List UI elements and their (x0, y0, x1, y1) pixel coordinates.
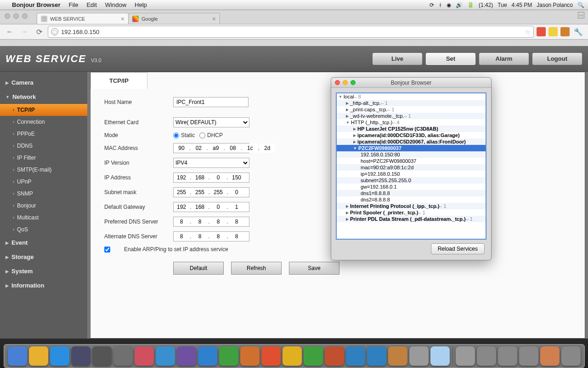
octet-input[interactable] (210, 232, 226, 241)
spotlight-icon[interactable]: 🔍 (577, 2, 584, 8)
octet-input[interactable] (210, 188, 226, 197)
tree-row[interactable]: ▶_print-caps._tcp. – 1 (337, 106, 486, 113)
dock-app-icon[interactable] (561, 346, 581, 366)
browser-tab-webservice[interactable]: ◌ WEB SERVICE × (37, 13, 129, 24)
topnav-logout[interactable]: Logout (532, 52, 582, 65)
nav-back-button[interactable]: ← (4, 26, 16, 37)
topnav-set[interactable]: Set (425, 52, 476, 65)
site-info-icon[interactable]: ◯ (51, 28, 58, 35)
sidebar-item-ddns[interactable]: ›DDNS (0, 140, 87, 152)
sidebar-cat-network[interactable]: ▼Network (0, 90, 87, 104)
octet-input[interactable] (260, 144, 275, 153)
octet-input[interactable] (192, 173, 208, 182)
dns1-input[interactable]: ... (173, 217, 249, 227)
dock-app-icon[interactable] (135, 346, 154, 366)
panel-tab-tcpip[interactable]: TCP/IP (90, 72, 147, 89)
tree-row[interactable]: ▶Internet Printing Protocol (_ipp._tcp.)… (337, 203, 486, 209)
topnav-alarm[interactable]: Alarm (479, 52, 529, 65)
dock-app-icon[interactable] (388, 346, 407, 366)
octet-input[interactable] (229, 173, 244, 182)
tree-row[interactable]: ▶HP LaserJet CP1525nw (C3D8AB) (337, 126, 486, 132)
wifi-icon[interactable]: ◉ (447, 2, 451, 8)
tree-row[interactable]: ip=192.168.0.150 (337, 171, 486, 177)
octet-input[interactable] (229, 202, 244, 212)
dock-app-icon[interactable] (367, 346, 386, 366)
menu-window[interactable]: Window (105, 1, 126, 8)
refresh-button[interactable]: Refresh (231, 262, 282, 275)
octet-input[interactable] (192, 232, 208, 241)
dock-app-icon[interactable] (92, 346, 112, 366)
browser-tab-google[interactable]: Google × (128, 13, 220, 24)
dock-app-icon[interactable] (261, 346, 281, 366)
octet-input[interactable] (192, 188, 208, 197)
tree-row[interactable]: ▶ipcamera(id:000DC5D20067, alias:FrontDo… (337, 138, 486, 145)
sidebar-item-pppoe[interactable]: ›PPPoE (0, 128, 87, 140)
tree-row[interactable]: gw=192.168.0.1 (337, 184, 486, 190)
menu-edit[interactable]: Edit (86, 1, 96, 8)
tree-row[interactable]: ▶_http-alt._tcp. – 1 (337, 100, 486, 106)
extension-icon[interactable] (560, 27, 570, 36)
octet-input[interactable] (174, 188, 189, 197)
gateway-input[interactable]: ... (173, 202, 249, 212)
bonjour-service-tree[interactable]: ▼local – 8▶_http-alt._tcp. – 1▶_print-ca… (336, 92, 486, 240)
octet-input[interactable] (225, 144, 241, 153)
dock-app-icon[interactable] (283, 346, 302, 366)
octet-input[interactable] (174, 144, 189, 153)
dock-app-icon[interactable] (29, 346, 48, 366)
sidebar-item-smtp-e-mail-[interactable]: ›SMTP(E-mail) (0, 164, 87, 176)
dock-app-icon[interactable] (409, 346, 429, 366)
octet-input[interactable] (191, 144, 206, 153)
save-button[interactable]: Save (289, 262, 339, 275)
menubar-app-name[interactable]: Bonjour Browser (12, 1, 60, 8)
hostname-input[interactable] (173, 97, 249, 107)
sidebar-item-bonjour[interactable]: ›Bonjour (0, 200, 87, 212)
sidebar-item-snmp[interactable]: ›SNMP (0, 188, 87, 200)
subnet-input[interactable]: ... (173, 187, 249, 197)
ipaddr-input[interactable]: ... (173, 172, 249, 183)
dock-app-icon[interactable] (156, 346, 175, 366)
dock-app-icon[interactable] (219, 346, 238, 366)
sync-icon[interactable]: ⟳ (430, 2, 434, 8)
dock-app-icon[interactable] (430, 346, 450, 366)
octet-input[interactable] (229, 232, 244, 241)
user-name[interactable]: Jason Polanco (537, 2, 573, 8)
dock-app-icon[interactable] (325, 346, 344, 366)
dock-app-icon[interactable] (198, 346, 217, 366)
dock-app-icon[interactable] (477, 346, 496, 366)
dock-app-icon[interactable] (71, 346, 90, 366)
tree-row[interactable]: ▼local – 8 (337, 93, 486, 100)
mode-dhcp-radio[interactable]: DHCP (199, 132, 223, 138)
bonjour-browser-window[interactable]: Bonjour Browser ▼local – 8▶_http-alt._tc… (331, 77, 492, 260)
dock-app-icon[interactable] (240, 346, 260, 366)
ipversion-select[interactable]: IPV4 (173, 158, 249, 168)
wrench-menu-icon[interactable]: 🔧 (572, 26, 584, 37)
battery-icon[interactable]: 🔋 (467, 2, 474, 8)
dock-app-icon[interactable] (540, 346, 560, 366)
nav-reload-button[interactable]: ⟳ (33, 26, 45, 37)
sidebar-item-ip-filter[interactable]: ›IP Filter (0, 152, 87, 164)
dock-app-icon[interactable] (498, 346, 517, 366)
octet-input[interactable] (210, 217, 226, 226)
sidebar-cat-information[interactable]: ▶Information (0, 278, 87, 293)
nav-forward-button[interactable]: → (18, 26, 30, 37)
tree-row[interactable]: mac=90:02:a9:08:1c:2d (337, 164, 486, 171)
dock-app-icon[interactable] (8, 346, 27, 366)
octet-input[interactable] (208, 144, 224, 153)
ethernet-select[interactable]: Wire( DEFAULT) (173, 117, 249, 127)
sidebar-item-qos[interactable]: ›QoS (0, 224, 87, 236)
mode-static-radio[interactable]: Static (173, 132, 195, 138)
dock-app-icon[interactable] (346, 346, 365, 366)
clock-time[interactable]: 4:45 PM (512, 2, 532, 8)
octet-input[interactable] (174, 202, 189, 212)
octet-input[interactable] (192, 202, 208, 212)
tree-row[interactable]: subnet=255.255.255.0 (337, 177, 486, 184)
tree-row[interactable]: dns1=8.8.8.8 (337, 190, 486, 196)
bookmark-star-icon[interactable]: ☆ (525, 29, 531, 35)
bonjour-titlebar[interactable]: Bonjour Browser (331, 78, 491, 88)
extension-icon[interactable] (537, 27, 546, 36)
dock-app-icon[interactable] (519, 346, 538, 366)
dock-app-icon[interactable] (50, 346, 69, 366)
octet-input[interactable] (229, 217, 244, 226)
default-button[interactable]: Default (173, 262, 224, 275)
octet-input[interactable] (174, 217, 189, 226)
